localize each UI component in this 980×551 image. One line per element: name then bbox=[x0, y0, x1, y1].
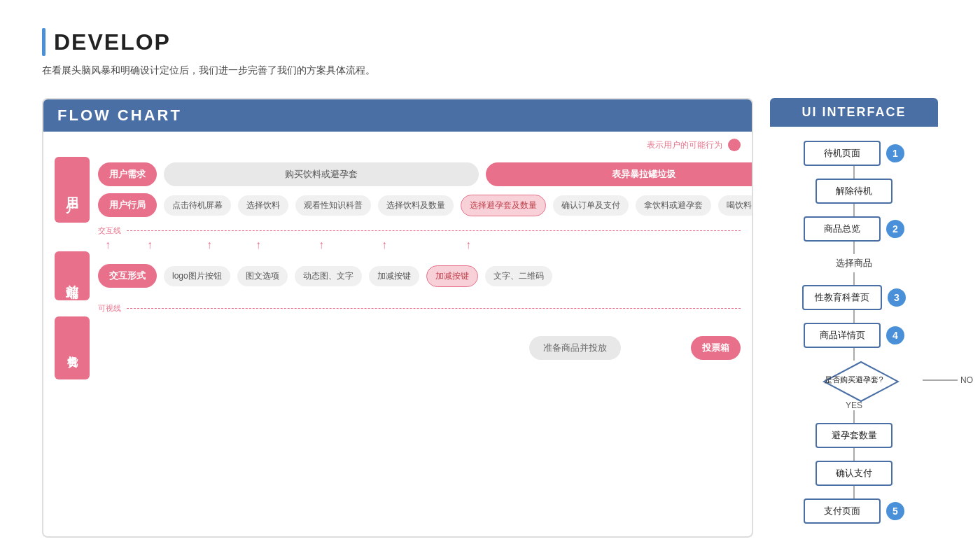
legend-row: 表示用户的可能行为 bbox=[55, 139, 741, 151]
ui-step-5: 支付页面 5 bbox=[777, 498, 931, 524]
interaction-line-label: 交互线 bbox=[98, 225, 121, 236]
ui-box-unlock: 解除待机 bbox=[816, 179, 892, 204]
diamond-shape: 是否购买避孕套? bbox=[822, 361, 886, 399]
frontend-lane-content: 交互形式 logo图片按钮 图文选项 动态图、文字 加减按键 加减按键 文字、二… bbox=[98, 251, 741, 300]
ui-step-select: 选择商品 bbox=[777, 254, 931, 272]
action-6: 确认订单及支付 bbox=[553, 195, 629, 216]
flow-chart-body: 表示用户的可能行为 用户 用户需求 购买饮料或避孕套 表异暴拉罐垃圾 bbox=[43, 132, 752, 391]
interaction-divider: 交互线 bbox=[98, 225, 741, 236]
action-8: 喝饮料 bbox=[718, 195, 753, 216]
ui-step-condom-qty: 避孕套数量 bbox=[777, 423, 931, 448]
action-2: 选择饮料 bbox=[238, 195, 288, 216]
arrow-5: ↑ bbox=[318, 239, 324, 251]
arrow-4: ↑ bbox=[255, 239, 261, 251]
arrow-2: ↑ bbox=[147, 239, 153, 251]
ui-interface-header: UI INTERFACE bbox=[770, 98, 938, 127]
flow-chart-header: FLOW CHART bbox=[43, 99, 752, 132]
frontend-swimlane: 前端 交互形式 logo图片按钮 图文选项 动态图、文字 加减按键 加减按键 文… bbox=[55, 251, 741, 300]
diamond-label: 是否购买避孕套? bbox=[825, 375, 883, 385]
connector-1 bbox=[853, 166, 855, 179]
user-lane-label: 用户 bbox=[55, 157, 90, 223]
arrows-section: ↑ ↑ ↑ ↑ ↑ ↑ ↑ bbox=[98, 239, 741, 251]
sales-row: 准备商品并投放 投票箱 bbox=[98, 336, 741, 360]
action-3: 观看性知识科普 bbox=[295, 195, 371, 216]
frontend-1: logo图片按钮 bbox=[164, 266, 230, 286]
user-swimlane: 用户 用户需求 购买饮料或避孕套 表异暴拉罐垃圾 用户行局 点击 bbox=[55, 157, 741, 223]
diamond-row: 是否购买避孕套? NO bbox=[777, 361, 931, 399]
legend-dot bbox=[728, 139, 741, 151]
connector-3 bbox=[853, 242, 855, 254]
ui-step-3: 性教育科普页 3 bbox=[777, 285, 931, 310]
interaction-type-box: 交互形式 bbox=[98, 264, 157, 288]
ui-flow: 待机页面 1 解除待机 商品总览 2 选择商品 bbox=[770, 127, 938, 538]
connector-7 bbox=[853, 410, 855, 423]
title-bar-accent bbox=[42, 28, 46, 56]
ui-step-2: 商品总览 2 bbox=[777, 216, 931, 242]
arrow-1: ↑ bbox=[105, 239, 111, 251]
connector-6 bbox=[853, 348, 855, 361]
waste-box: 表异暴拉罐垃圾 bbox=[486, 162, 753, 186]
arrow-7: ↑ bbox=[465, 239, 471, 251]
no-branch-line bbox=[923, 379, 958, 381]
ui-num-5: 5 bbox=[886, 502, 904, 520]
legend-text: 表示用户的可能行为 bbox=[647, 139, 722, 151]
action-1: 点击待机屏幕 bbox=[164, 195, 231, 216]
ui-box-overview: 商品总览 bbox=[804, 216, 881, 242]
ui-box-education: 性教育科普页 bbox=[802, 285, 882, 310]
sales-lane-label: 售货机 bbox=[55, 316, 90, 379]
ui-num-1: 1 bbox=[886, 144, 904, 162]
user-actions-box: 用户行局 bbox=[98, 193, 157, 217]
sales-swimlane: 售货机 准备商品并投放 投票箱 bbox=[55, 316, 741, 379]
select-product-text: 选择商品 bbox=[836, 254, 872, 272]
header-section: DEVELOP 在看展头脑风暴和明确设计定位后，我们进一步完善了我们的方案具体流… bbox=[42, 28, 938, 77]
ui-step-4: 商品详情页 4 bbox=[777, 323, 931, 348]
ui-box-payment: 支付页面 bbox=[804, 498, 881, 524]
ui-num-3: 3 bbox=[888, 288, 906, 307]
connector-9 bbox=[853, 486, 855, 498]
action-7: 拿饮料或避孕套 bbox=[636, 195, 711, 216]
diamond-wrapper: 是否购买避孕套? bbox=[822, 361, 886, 399]
action-5: 选择避孕套及数量 bbox=[461, 195, 546, 216]
connector-8 bbox=[853, 448, 855, 461]
no-branch: NO bbox=[923, 375, 973, 385]
visible-line-label: 可视线 bbox=[98, 303, 121, 314]
frontend-4: 加减按键 bbox=[369, 266, 419, 286]
sales-lane-content: 准备商品并投放 投票箱 bbox=[98, 316, 741, 379]
ui-step-1: 待机页面 1 bbox=[777, 141, 931, 166]
ui-box-confirm: 确认支付 bbox=[816, 461, 892, 486]
sales-vote-box: 投票箱 bbox=[691, 336, 741, 360]
arrow-6: ↑ bbox=[382, 239, 387, 251]
ui-num-2: 2 bbox=[886, 220, 904, 238]
buy-drinks-box: 购买饮料或避孕套 bbox=[164, 162, 479, 186]
visible-line bbox=[127, 308, 741, 309]
frontend-6: 文字、二维码 bbox=[485, 266, 552, 286]
page: DEVELOP 在看展头脑风暴和明确设计定位后，我们进一步完善了我们的方案具体流… bbox=[0, 0, 980, 551]
frontend-2: 图文选项 bbox=[237, 266, 288, 286]
ui-step-unlock: 解除待机 bbox=[777, 179, 931, 204]
frontend-3: 动态图、文字 bbox=[295, 266, 362, 286]
user-needs-box: 用户需求 bbox=[98, 162, 157, 186]
interaction-line bbox=[127, 230, 741, 231]
ui-step-confirm: 确认支付 bbox=[777, 461, 931, 486]
ui-interface-panel: UI INTERFACE 待机页面 1 解除待机 商品总览 2 bbox=[770, 98, 938, 538]
flow-chart-title: FLOW CHART bbox=[57, 106, 182, 124]
user-lane-content: 用户需求 购买饮料或避孕套 表异暴拉罐垃圾 用户行局 点击待机屏幕 选择饮料 观… bbox=[98, 157, 753, 223]
ui-box-stanby: 待机页面 bbox=[804, 141, 881, 166]
action-4: 选择饮料及数量 bbox=[378, 195, 454, 216]
title-row: DEVELOP bbox=[42, 28, 938, 56]
ui-num-4: 4 bbox=[886, 326, 904, 344]
frontend-5: 加减按键 bbox=[426, 265, 478, 287]
content-area: FLOW CHART 表示用户的可能行为 用户 用 bbox=[42, 98, 938, 538]
subtitle: 在看展头脑风暴和明确设计定位后，我们进一步完善了我们的方案具体流程。 bbox=[42, 64, 938, 77]
no-label: NO bbox=[960, 375, 973, 385]
ui-box-detail: 商品详情页 bbox=[804, 323, 881, 348]
arrow-3: ↑ bbox=[206, 239, 212, 251]
sales-prepare-box: 准备商品并投放 bbox=[529, 336, 621, 360]
connector-4 bbox=[853, 272, 855, 285]
arrows-container: ↑ ↑ ↑ ↑ ↑ ↑ ↑ bbox=[98, 239, 478, 251]
frontend-lane-label: 前端 bbox=[55, 251, 90, 300]
flow-chart-panel: FLOW CHART 表示用户的可能行为 用户 用 bbox=[42, 98, 753, 538]
page-title: DEVELOP bbox=[54, 29, 171, 55]
frontend-actions-row: 交互形式 logo图片按钮 图文选项 动态图、文字 加减按键 加减按键 文字、二… bbox=[98, 264, 741, 288]
user-needs-row: 用户需求 购买饮料或避孕套 表异暴拉罐垃圾 bbox=[98, 162, 753, 186]
